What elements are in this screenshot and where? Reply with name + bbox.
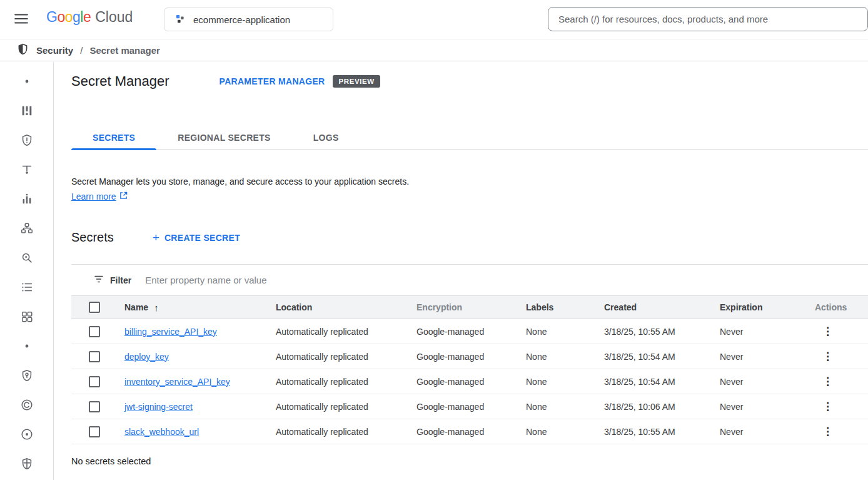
logo-cloud-text: Cloud (95, 9, 133, 26)
secret-labels: None (526, 352, 604, 362)
select-all-checkbox[interactable] (89, 302, 100, 313)
menu-icon[interactable] (9, 9, 34, 29)
secrets-section-heading: Secrets (71, 230, 114, 245)
secret-encryption: Google-managed (416, 352, 526, 362)
shield-check-icon[interactable] (19, 369, 34, 382)
row-actions-menu-icon[interactable]: ⋮ (822, 426, 833, 437)
target-icon[interactable] (19, 427, 34, 441)
grid-icon[interactable] (19, 310, 34, 324)
secret-name-link[interactable]: deploy_key (124, 352, 169, 362)
secret-name-link[interactable]: jwt-signing-secret (124, 402, 193, 412)
page-title: Secret Manager (71, 73, 169, 89)
breadcrumb-current[interactable]: Secret manager (89, 45, 160, 56)
row-actions-menu-icon[interactable]: ⋮ (822, 401, 833, 412)
parameter-manager-link[interactable]: PARAMETER MANAGER (220, 76, 325, 86)
main-content: Secret Manager PARAMETER MANAGER PREVIEW… (54, 62, 868, 480)
attack-path-icon[interactable] (19, 163, 34, 176)
project-name: ecommerce-application (193, 14, 290, 25)
filter-label[interactable]: Filter (110, 275, 131, 285)
secret-created: 3/18/25, 10:54 AM (604, 352, 720, 362)
secret-location: Automatically replicated (276, 352, 416, 362)
row-checkbox[interactable] (89, 426, 100, 437)
column-header-created[interactable]: Created (604, 302, 720, 312)
secret-expiration: Never (720, 427, 807, 437)
tab-secrets[interactable]: SECRETS (71, 126, 156, 150)
secret-created: 3/18/25, 10:06 AM (604, 402, 720, 412)
table-row: inventory_service_API_key Automatically … (71, 369, 868, 394)
nav-dot-icon[interactable] (19, 339, 34, 353)
secret-labels: None (526, 327, 604, 337)
secret-location: Automatically replicated (276, 377, 416, 387)
project-icon (174, 13, 186, 26)
hierarchy-icon[interactable] (19, 222, 34, 235)
secret-encryption: Google-managed (416, 377, 526, 387)
tab-logs[interactable]: LOGS (292, 126, 360, 150)
secret-location: Automatically replicated (276, 327, 416, 337)
sidebar-icon-rail (0, 62, 54, 480)
logo-letter: o (57, 9, 64, 26)
secret-labels: None (526, 427, 604, 437)
column-header-location[interactable]: Location (276, 302, 416, 312)
secret-created: 3/18/25, 10:55 AM (604, 427, 720, 437)
row-actions-menu-icon[interactable]: ⋮ (822, 375, 833, 387)
logo-letter: o (65, 9, 73, 26)
secret-expiration: Never (720, 327, 807, 337)
search-gear-icon[interactable] (19, 251, 34, 265)
breadcrumb-security[interactable]: Security (36, 45, 73, 56)
page-description: Secret Manager lets you store, manage, a… (71, 176, 409, 186)
table-row: jwt-signing-secret Automatically replica… (71, 394, 868, 419)
secret-name-link[interactable]: slack_webhook_url (124, 427, 199, 437)
secret-labels: None (526, 402, 604, 412)
project-selector[interactable]: ecommerce-application (164, 8, 333, 31)
column-header-actions: Actions (807, 302, 868, 312)
logo-letter: G (46, 9, 57, 26)
secret-name-link[interactable]: billing_service_API_key (124, 327, 217, 337)
google-cloud-logo[interactable]: G o o g l e Cloud (46, 9, 133, 26)
table-header-row: Name ↑ Location Encryption Labels Create… (71, 295, 868, 319)
tab-regional-secrets[interactable]: REGIONAL SECRETS (156, 126, 291, 150)
row-actions-menu-icon[interactable]: ⋮ (822, 325, 833, 337)
shield-alert-icon[interactable] (19, 133, 34, 147)
list-icon[interactable] (19, 280, 34, 294)
filter-bar: Filter (71, 265, 868, 295)
compliance-icon[interactable] (19, 398, 34, 412)
create-secret-button[interactable]: + CREATE SECRET (153, 232, 240, 243)
overview-icon[interactable] (19, 104, 34, 118)
shield-globe-icon[interactable] (19, 457, 34, 471)
external-link-icon (119, 191, 128, 202)
filter-input[interactable] (145, 275, 868, 285)
row-checkbox[interactable] (89, 401, 100, 412)
secrets-table: Filter Name ↑ Location Encryption Labels… (71, 264, 868, 444)
table-row: slack_webhook_url Automatically replicat… (71, 419, 868, 444)
nav-dot-icon[interactable] (19, 74, 34, 88)
breadcrumb: Security / Secret manager (0, 39, 868, 61)
table-row: deploy_key Automatically replicated Goog… (71, 344, 868, 369)
plus-icon: + (153, 232, 159, 243)
logo-letter: e (83, 9, 91, 26)
secret-expiration: Never (720, 402, 807, 412)
secret-expiration: Never (720, 377, 807, 387)
learn-more-link[interactable]: Learn more (71, 191, 128, 202)
secret-location: Automatically replicated (276, 427, 416, 437)
secret-created: 3/18/25, 10:54 AM (604, 377, 720, 387)
column-header-labels[interactable]: Labels (526, 302, 604, 312)
preview-badge: PREVIEW (333, 75, 380, 88)
chart-icon[interactable] (19, 192, 34, 206)
column-header-expiration[interactable]: Expiration (720, 302, 807, 312)
row-actions-menu-icon[interactable]: ⋮ (822, 350, 833, 362)
tab-bar: SECRETS REGIONAL SECRETS LOGS (71, 126, 868, 150)
breadcrumb-separator: / (80, 45, 83, 56)
secret-expiration: Never (720, 352, 807, 362)
column-header-name[interactable]: Name ↑ (124, 302, 276, 313)
logo-letter: g (73, 9, 80, 26)
row-checkbox[interactable] (89, 326, 100, 337)
security-shield-icon (16, 43, 29, 58)
row-checkbox[interactable] (89, 376, 100, 387)
column-header-encryption: Encryption (416, 302, 526, 312)
row-checkbox[interactable] (89, 351, 100, 362)
secret-encryption: Google-managed (416, 402, 526, 412)
selection-status: No secrets selected (71, 456, 151, 466)
top-app-bar: G o o g l e Cloud ecommerce-application (0, 0, 868, 39)
secret-name-link[interactable]: inventory_service_API_key (124, 377, 230, 387)
search-input[interactable] (548, 7, 868, 31)
